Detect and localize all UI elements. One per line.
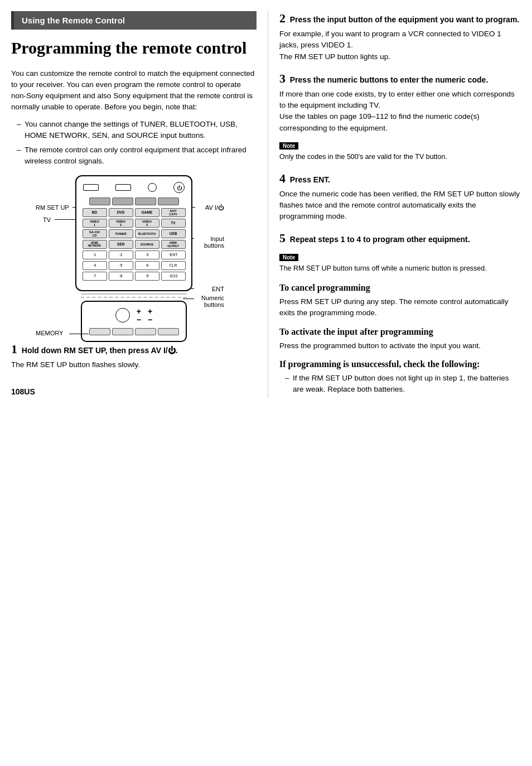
- step-4-header: 4 Press ENT.: [279, 171, 521, 186]
- step-2-header: 2 Press the input button of the equipmen…: [279, 11, 521, 26]
- cancel-text: Press RM SET UP during any step. The rem…: [279, 296, 521, 319]
- step-1-number: 1: [11, 342, 17, 356]
- step-4-body: Once the numeric code has been verified,…: [279, 189, 521, 223]
- step-4-number: 4: [279, 171, 286, 185]
- remote-btn-tv: TV: [161, 219, 186, 228]
- remote-memory-btn-1: [89, 328, 110, 335]
- step-4-container: 4 Press ENT. Once the numeric code has b…: [279, 171, 521, 223]
- remote-memory-btn-3: [135, 328, 156, 335]
- label-input-buttons: Inputbuttons: [204, 235, 224, 249]
- remote-btn-video2: VIDEO2: [109, 219, 133, 228]
- remote-btn-dvd: DVD: [109, 208, 133, 217]
- step-3-note: Note Only the codes in the 500's are val…: [279, 141, 521, 162]
- step-3-note-text: Only the codes in the 500's are valid fo…: [279, 152, 521, 162]
- remote-body: ⏻ BD DVD GAME SAT/CATV: [75, 175, 192, 342]
- remote-row-num3: ·7 ·8 ·9 ·0/10: [81, 272, 187, 281]
- remote-tv-btn-1: [89, 197, 110, 205]
- remote-btn-tuner: TUNER: [109, 229, 133, 238]
- remote-btn-sat: SAT/CATV: [161, 208, 186, 217]
- remote-btn-power: ⏻: [173, 182, 185, 193]
- remote-btn-usb: USB: [161, 229, 186, 238]
- cancel-heading: To cancel programming: [279, 283, 521, 293]
- remote-btn-rect-1: [83, 184, 99, 191]
- bullet-item-1: You cannot change the settings of TUNER,…: [17, 119, 257, 142]
- bullet-list: You cannot change the settings of TUNER,…: [17, 119, 257, 167]
- remote-tv-btn-2: [112, 197, 133, 205]
- remote-row-video: VIDEO1 VIDEO2 VIDEO3 TV: [81, 219, 187, 228]
- remote-bottom-section: + − + −: [81, 301, 187, 342]
- unsuccessful-bullet: If the RM SET UP button does not light u…: [285, 373, 521, 396]
- label-numeric-buttons: Numericbuttons: [201, 295, 224, 308]
- step-5-container: 5 Repeat steps 1 to 4 to program other e…: [279, 231, 521, 274]
- step-1-container: 1 Hold down RM SET UP, then press AV I/⏻…: [11, 342, 257, 370]
- remote-btn-0: ·0/10: [161, 272, 186, 281]
- main-title: Programming the remote control: [11, 38, 257, 58]
- remote-top-row: ⏻: [81, 182, 187, 193]
- remote-btn-6: ·6: [135, 261, 159, 270]
- remote-btn-1: ·1: [83, 250, 107, 259]
- remote-btn-4: ·4: [83, 261, 107, 270]
- step-3-body: If more than one code exists, try to ent…: [279, 89, 521, 134]
- remote-row-home: HOMENETWORK SEN SOURCE HDMIOUTPUT: [81, 240, 187, 249]
- step-1-header: 1 Hold down RM SET UP, then press AV I/⏻…: [11, 342, 257, 356]
- step-3-number: 3: [279, 71, 286, 85]
- remote-knob: [115, 308, 130, 322]
- remote-btn-game: GAME: [135, 208, 159, 217]
- step-3-header: 3 Press the numeric buttons to enter the…: [279, 71, 521, 86]
- step-5-title: Repeat steps 1 to 4 to program other equ…: [290, 235, 470, 244]
- remote-row-sacd: SA-CD/CD TUNER BLUETOOTH USB: [81, 229, 187, 238]
- remote-btn-video1: VIDEO1: [83, 219, 107, 228]
- remote-btn-8: ·8: [109, 272, 133, 281]
- step-2-container: 2 Press the input button of the equipmen…: [279, 11, 521, 62]
- step-5-header: 5 Repeat steps 1 to 4 to program other e…: [279, 231, 521, 245]
- remote-btn-bluetooth: BLUETOOTH: [135, 229, 159, 238]
- remote-btn-7: ·7: [83, 272, 107, 281]
- remote-row-num2: ·4 ·5 ·6 CLR: [81, 261, 187, 270]
- page-number: 108US: [11, 387, 257, 396]
- label-tv: TV: [43, 216, 51, 223]
- remote-btn-circle: [148, 183, 157, 192]
- remote-bottom-buttons: [86, 328, 181, 335]
- remote-btn-rect-2: [115, 184, 131, 191]
- remote-bottom-inner: + − + −: [86, 307, 181, 324]
- remote-divider: [81, 293, 187, 298]
- step-5-note-label: Note: [279, 254, 298, 261]
- remote-btn-5: ·5: [109, 261, 133, 270]
- remote-btn-3: ·3: [135, 250, 159, 259]
- step-2-number: 2: [279, 11, 286, 25]
- remote-row-bd: BD DVD GAME SAT/CATV: [81, 208, 187, 217]
- label-memory: MEMORY: [36, 330, 63, 336]
- remote-volume-left: + −: [137, 307, 141, 324]
- step-1-body: The RM SET UP button flashes slowly.: [11, 359, 257, 370]
- remote-memory-btn-2: [112, 328, 133, 335]
- remote-btn-ent: ·ENT: [161, 250, 186, 259]
- remote-btn-2: ·2: [109, 250, 133, 259]
- remote-btn-sacd: SA-CD/CD: [83, 229, 107, 238]
- remote-tv-btn-3: [135, 197, 156, 205]
- intro-text: You can customize the remote control to …: [11, 68, 257, 113]
- remote-tv-row: [81, 197, 187, 205]
- remote-btn-9: ·9: [135, 272, 159, 281]
- remote-btn-bd: BD: [83, 208, 107, 217]
- step-1-title: Hold down RM SET UP, then press AV I/⏻.: [22, 346, 178, 355]
- step-5-number: 5: [279, 231, 286, 245]
- step-4-title: Press ENT.: [290, 175, 330, 184]
- label-ent: ENT: [212, 286, 224, 292]
- step-3-title: Press the numeric buttons to enter the n…: [290, 75, 489, 84]
- remote-btn-sen: SEN: [109, 240, 133, 249]
- remote-btn-video3: VIDEO3: [135, 219, 159, 228]
- label-av: AV I/⏻: [205, 204, 224, 211]
- section-header: Using the Remote Control: [11, 11, 257, 30]
- remote-btn-source: SOURCE: [135, 240, 159, 249]
- activate-heading: To activate the input after programming: [279, 327, 521, 337]
- line-numeric: [183, 298, 194, 299]
- remote-btn-clr: CLR: [161, 261, 186, 270]
- step-5-note-text: The RM SET UP button turns off while a n…: [279, 263, 521, 274]
- step-3-container: 3 Press the numeric buttons to enter the…: [279, 71, 521, 162]
- step-3-note-label: Note: [279, 142, 298, 150]
- remote-diagram: RM SET UP TV MEMORY AV I/⏻ Inputbuttons …: [28, 175, 240, 342]
- bullet-item-2: The remote control can only control equi…: [17, 144, 257, 167]
- activate-text: Press the programmed button to activate …: [279, 340, 521, 351]
- remote-row-num1: ·1 ·2 ·3 ·ENT: [81, 250, 187, 259]
- remote-volume-right: + −: [148, 307, 152, 324]
